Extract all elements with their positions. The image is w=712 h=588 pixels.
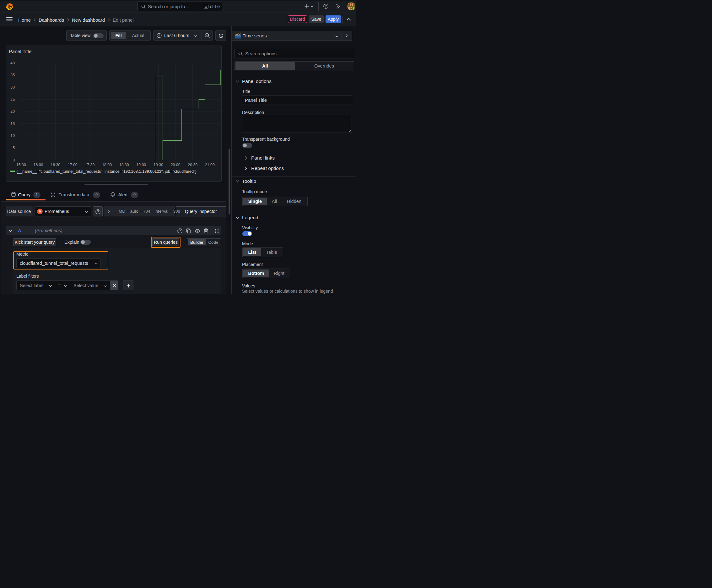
svg-text:18:00: 18:00: [102, 163, 112, 167]
svg-text:0: 0: [13, 158, 15, 162]
svg-text:16:00: 16:00: [34, 163, 43, 167]
svg-text:15: 15: [10, 122, 15, 126]
svg-text:{__name__="cloudflared_tunnel_: {__name__="cloudflared_tunnel_total_requ…: [17, 169, 197, 174]
svg-text:30: 30: [10, 85, 15, 89]
svg-text:20: 20: [10, 109, 15, 114]
svg-text:5: 5: [13, 146, 15, 150]
svg-text:17:30: 17:30: [85, 163, 95, 167]
svg-text:19:00: 19:00: [136, 163, 146, 167]
svg-text:10: 10: [10, 133, 15, 138]
svg-text:20:00: 20:00: [171, 163, 180, 167]
svg-text:20:30: 20:30: [188, 163, 197, 167]
svg-text:35: 35: [10, 73, 15, 77]
svg-text:25: 25: [10, 97, 15, 102]
svg-text:15:30: 15:30: [16, 163, 26, 167]
svg-text:18:30: 18:30: [119, 163, 129, 167]
svg-text:17:00: 17:00: [68, 163, 78, 167]
svg-text:40: 40: [10, 61, 15, 65]
svg-text:19:30: 19:30: [153, 163, 163, 167]
svg-text:16:30: 16:30: [50, 163, 60, 167]
svg-text:21:00: 21:00: [205, 163, 215, 167]
